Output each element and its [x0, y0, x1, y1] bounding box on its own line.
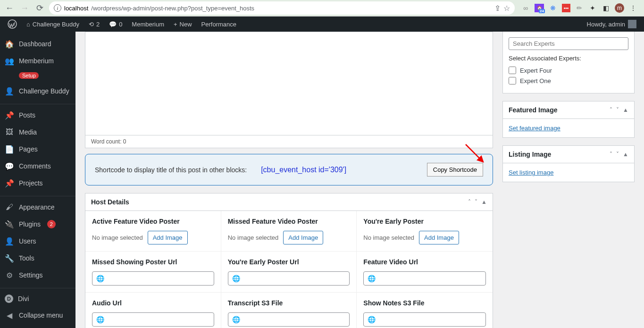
editor-area[interactable] [85, 32, 493, 135]
howdy-link[interactable]: Howdy, admin [587, 20, 641, 28]
field-early-url: You're Early Poster Url 🌐 [221, 252, 357, 293]
comment-icon: 💬 [109, 21, 117, 28]
field-show-notes: Show Notes S3 File 🌐 [357, 293, 493, 328]
chevron-down-icon[interactable]: ˅ [475, 199, 477, 205]
sidebar-collapse[interactable]: ◀Collapse menu [0, 307, 75, 324]
ext-icon-1[interactable]: ∞ [521, 4, 530, 12]
expert-checkbox-row[interactable]: Expert Four [509, 67, 628, 74]
memberium-link[interactable]: Memberium [127, 17, 169, 32]
chevron-up-icon[interactable]: ˄ [468, 199, 471, 205]
updates-link[interactable]: ⟲2 [84, 17, 104, 32]
projects-icon: 📌 [5, 178, 14, 188]
url-path: /wordpress/wp-admin/post-new.php?post_ty… [91, 5, 254, 12]
url-input[interactable]: 🌐 [363, 271, 486, 286]
add-image-button[interactable]: Add Image [419, 231, 459, 244]
shortcode-label: Shortcode to display title of this post … [95, 166, 247, 174]
shortcode-code: [cbu_event_host id='309'] [261, 166, 413, 174]
sidebar-item-dashboard[interactable]: 🏠Dashboard [0, 35, 75, 52]
sidebar-item-users[interactable]: 👤Users [0, 233, 75, 250]
wp-logo[interactable] [3, 17, 22, 32]
field-early-poster: You're Early Poster No image selectedAdd… [357, 211, 493, 252]
sidebar-item-pages[interactable]: 📄Pages [0, 141, 75, 158]
field-audio-url: Audio Url 🌐 [85, 293, 221, 328]
globe-icon: 🌐 [368, 316, 376, 323]
url-input[interactable]: 🌐 [228, 312, 350, 327]
listing-image-box: Listing Image ˄ ˅ ▲ Set listing image [502, 145, 635, 182]
info-icon: i [54, 4, 61, 12]
triangle-up-icon[interactable]: ▲ [623, 107, 628, 113]
url-input[interactable]: 🌐 [363, 312, 486, 327]
content-area: Word count: 0 Shortcode to display title… [75, 32, 644, 328]
forward-button[interactable]: → [19, 2, 30, 14]
url-input[interactable]: 🌐 [92, 271, 214, 286]
sidebar-item-plugins[interactable]: 🔌Plugins2 [0, 216, 75, 233]
field-missed-url: Missed Showing Poster Url 🌐 [85, 252, 221, 293]
word-count: Word count: 0 [85, 135, 493, 148]
chevron-up-icon[interactable]: ˄ [610, 107, 612, 113]
back-button[interactable]: ← [4, 2, 15, 14]
setup-badge: Setup [19, 72, 39, 79]
profile-icon[interactable]: m [615, 3, 624, 13]
sidebar-item-settings[interactable]: ⚙Settings [0, 267, 75, 284]
field-feature-url: Feature Video Url 🌐 [357, 252, 493, 293]
pin-icon: 📌 [5, 110, 14, 120]
url-host: localhost [64, 5, 88, 12]
ext-icon-2[interactable]: 🏠24 [535, 4, 544, 12]
copy-shortcode-button[interactable]: Copy Shortcode [427, 163, 483, 177]
url-input[interactable]: 🌐 [92, 312, 214, 327]
triangle-up-icon[interactable]: ▲ [623, 151, 628, 158]
url-input[interactable]: 🌐 [228, 271, 350, 286]
listing-image-title: Listing Image [509, 151, 551, 158]
shortcode-box: Shortcode to display title of this post … [85, 154, 493, 185]
performance-link[interactable]: Performance [197, 17, 241, 32]
home-icon: ⌂ [26, 21, 30, 28]
globe-icon: 🌐 [96, 275, 104, 282]
add-image-button[interactable]: Add Image [283, 231, 323, 244]
collapse-icon: ◀ [5, 311, 14, 320]
field-missed-poster: Missed Feature Video Poster No image sel… [221, 211, 357, 252]
divi-icon: D [5, 294, 13, 303]
wordpress-icon [8, 19, 17, 29]
chevron-up-icon[interactable]: ˄ [610, 151, 612, 158]
checkbox[interactable] [509, 77, 516, 84]
ext-icon-3[interactable]: ❋ [549, 4, 557, 12]
comments-link[interactable]: 💬0 [104, 17, 127, 32]
add-image-button[interactable]: Add Image [148, 231, 188, 244]
extensions-icon[interactable]: ✦ [588, 4, 597, 12]
expert-checkbox-row[interactable]: Expert One [509, 77, 628, 84]
chevron-down-icon[interactable]: ˅ [616, 107, 619, 113]
sidebar-item-memberium[interactable]: 👥MemberiumSetup [0, 52, 75, 83]
globe-icon: 🌐 [232, 316, 240, 323]
user-icon: 👤 [5, 236, 14, 246]
reload-button[interactable]: ⟳ [34, 2, 45, 14]
page-icon: 📄 [5, 144, 14, 154]
experts-label: Select Associated Experts: [509, 55, 628, 62]
sidebar-item-challenge-buddy[interactable]: 👤Challenge Buddy [0, 83, 75, 100]
set-listing-image-link[interactable]: Set listing image [509, 169, 553, 176]
ext-icon-5[interactable]: ✏ [575, 4, 584, 12]
share-icon[interactable]: ⇪ [494, 4, 501, 13]
sidebar-item-projects[interactable]: 📌Projects [0, 175, 75, 192]
sidebar-item-media[interactable]: 🖼Media [0, 124, 75, 141]
sidebar-item-divi[interactable]: DDivi [0, 291, 75, 307]
sidebar-item-posts[interactable]: 📌Posts [0, 107, 75, 124]
menu-icon[interactable]: ⋮ [629, 4, 637, 12]
checkbox[interactable] [509, 67, 516, 74]
sidebar-item-tools[interactable]: 🔧Tools [0, 250, 75, 267]
memberium-icon: 👥 [5, 56, 14, 66]
site-name-link[interactable]: ⌂Challenge Buddy [22, 17, 84, 32]
search-experts-input[interactable] [509, 37, 628, 50]
sidebar-item-comments[interactable]: 💬Comments [0, 158, 75, 175]
set-featured-image-link[interactable]: Set featured image [509, 125, 560, 132]
globe-icon: 🌐 [232, 275, 240, 282]
new-link[interactable]: +New [169, 17, 197, 32]
chevron-down-icon[interactable]: ˅ [616, 151, 619, 158]
url-bar[interactable]: i localhost/wordpress/wp-admin/post-new.… [49, 1, 515, 15]
star-icon[interactable]: ☆ [503, 4, 510, 13]
wrench-icon: 🔧 [5, 253, 14, 263]
triangle-up-icon[interactable]: ▲ [481, 199, 487, 205]
panel-icon[interactable]: ◧ [602, 4, 610, 12]
ext-icon-4[interactable]: ••• [562, 4, 570, 12]
wp-admin-bar: ⌂Challenge Buddy ⟲2 💬0 Memberium +New Pe… [0, 17, 644, 32]
sidebar-item-appearance[interactable]: 🖌Appearance [0, 199, 75, 216]
